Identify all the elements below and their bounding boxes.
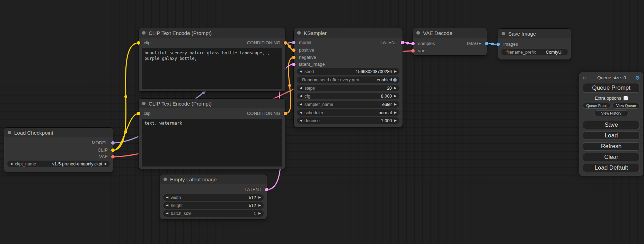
node-ksampler[interactable]: KSampler model positive negative latent_… [294,28,403,127]
decrement-arrow-icon[interactable]: ◀ [10,162,12,165]
widget-name: scheduler [305,110,323,115]
queue-front-button[interactable]: Queue Front [583,103,610,109]
increment-arrow-icon[interactable]: ▶ [394,103,397,106]
output-dot-LATENT[interactable] [265,188,268,191]
widget-ckpt_name[interactable]: ◀ ckpt_name v1-5-pruned-emaonly.ckpt ▶ [7,161,110,167]
output-slot-CLIP: CLIP [4,147,113,153]
node-clip-text-encode-negative[interactable]: CLIP Text Encode (Prompt) clip CONDITION… [139,99,285,169]
increment-arrow-icon[interactable]: ▶ [258,196,261,199]
node-collapse-dot[interactable] [142,102,145,105]
node-collapse-dot[interactable] [8,131,11,134]
node-collapse-dot[interactable] [164,178,167,181]
widget-filename_prefix[interactable]: filename_prefix ComfyUI [501,49,568,55]
decrement-arrow-icon[interactable]: ◀ [300,87,302,90]
node-title: CLIP Text Encode (Prompt) [149,101,212,107]
node-title-bar[interactable]: CLIP Text Encode (Prompt) [139,99,285,108]
toggle-indicator-dot [393,78,397,82]
output-dot-IMAGE[interactable] [485,42,488,45]
decrement-arrow-icon[interactable]: ◀ [300,111,302,114]
output-dot-CLIP[interactable] [111,148,115,152]
view-history-button[interactable]: View History [594,110,629,116]
view-queue-button[interactable]: View Queue [612,103,640,109]
node-collapse-dot[interactable] [297,31,301,35]
widget-random-seed-toggle[interactable]: Random seed after every gen enabled [297,76,399,83]
widget-cfg[interactable]: ◀ cfg 8.000 ▶ [297,93,399,99]
decrement-arrow-icon[interactable]: ◀ [300,70,302,73]
node-title-bar[interactable]: KSampler [294,28,403,38]
widget-value: ComfyUI [546,50,563,55]
output-dot-VAE[interactable] [111,155,115,159]
increment-arrow-icon[interactable]: ▶ [394,119,397,122]
prompt-textarea[interactable]: text, watermark [142,119,282,166]
output-dot-CONDITIONING[interactable] [284,112,287,115]
node-clip-text-encode-positive[interactable]: CLIP Text Encode (Prompt) clip CONDITION… [139,28,285,91]
output-dot-CONDITIONING[interactable] [284,41,287,45]
node-title: Load Checkpoint [14,130,53,136]
queue-size-label: Queue size: 0 [588,75,635,80]
drag-handle-icon[interactable]: ⠿ [583,75,586,80]
node-load-checkpoint[interactable]: Load Checkpoint MODEL CLIP VAE ◀ ckpt_na… [4,128,113,172]
input-slot-images: images [498,41,571,47]
node-title-bar[interactable]: Load Checkpoint [4,128,113,137]
widget-name: ckpt_name [15,162,36,166]
widget-seed[interactable]: ◀ seed 156680208700286 ▶ [297,68,399,75]
settings-gear-icon[interactable]: ⚙ [635,75,640,80]
increment-arrow-icon[interactable]: ▶ [105,162,107,165]
load-default-button[interactable]: Load Default [583,164,640,172]
prompt-textarea[interactable]: beautiful scenery nature glass bottle la… [142,48,282,89]
increment-arrow-icon[interactable]: ▶ [394,111,397,114]
input-dot-negative[interactable] [292,56,295,59]
output-label: CONDITIONING [247,40,280,45]
widget-denoise[interactable]: ◀ denoise 1.000 ▶ [297,117,399,124]
widget-steps[interactable]: ◀ steps 20 ▶ [297,85,399,91]
widget-height[interactable]: ◀ height 512 ▶ [163,202,264,209]
decrement-arrow-icon[interactable]: ◀ [300,103,302,106]
node-collapse-dot[interactable] [416,31,420,35]
node-collapse-dot[interactable] [142,31,145,35]
node-collapse-dot[interactable] [502,32,505,35]
load-button[interactable]: Load [583,132,640,140]
output-dot-LATENT[interactable] [401,41,404,44]
node-save-image[interactable]: Save Image images filename_prefix ComfyU… [498,29,571,60]
input-dot-vae[interactable] [411,49,415,53]
increment-arrow-icon[interactable]: ▶ [394,70,397,73]
increment-arrow-icon[interactable]: ▶ [394,94,397,98]
queue-panel-header: ⠿ Queue size: 0 ⚙ [583,75,640,80]
queue-prompt-button[interactable]: Queue Prompt [583,83,640,93]
node-vae-decode[interactable]: VAE Decode samples vae IMAGE [413,28,487,55]
widget-width[interactable]: ◀ width 512 ▶ [163,194,264,201]
decrement-arrow-icon[interactable]: ◀ [166,204,168,207]
decrement-arrow-icon[interactable]: ◀ [300,119,302,122]
node-title-bar[interactable]: Empty Latent Image [160,174,267,184]
output-dot-MODEL[interactable] [111,141,115,145]
decrement-arrow-icon[interactable]: ◀ [166,196,168,199]
increment-arrow-icon[interactable]: ▶ [258,212,261,215]
input-dot-latent_image[interactable] [292,63,295,66]
output-slot-CONDITIONING: CONDITIONING [139,40,285,46]
decrement-arrow-icon[interactable]: ◀ [300,94,302,98]
widget-name: denoise [305,118,320,123]
node-title-bar[interactable]: Save Image [498,29,571,38]
widget-value: v1-5-pruned-emaonly.ckpt [52,162,102,166]
node-title-bar[interactable]: VAE Decode [413,28,487,38]
node-title-bar[interactable]: CLIP Text Encode (Prompt) [139,28,285,38]
widget-scheduler[interactable]: ◀ scheduler normal ▶ [297,109,399,116]
node-empty-latent-image[interactable]: Empty Latent Image LATENT ◀ width 512 ▶ … [160,174,267,219]
save-button[interactable]: Save [583,121,640,129]
input-label: images [503,42,518,47]
increment-arrow-icon[interactable]: ▶ [394,87,397,90]
input-dot-images[interactable] [496,43,500,46]
input-dot-positive[interactable] [292,48,295,52]
clear-button[interactable]: Clear [583,153,640,161]
widget-sampler_name[interactable]: ◀ sampler_name euler ▶ [297,101,399,108]
widget-batch_size[interactable]: ◀ batch_size 1 ▶ [163,210,264,217]
extra-options-row: Extra options [583,96,640,101]
widget-value: normal [379,110,392,115]
increment-arrow-icon[interactable]: ▶ [258,204,261,207]
decrement-arrow-icon[interactable]: ◀ [166,212,168,215]
input-label: latent_image [299,62,325,67]
extra-options-checkbox[interactable] [624,96,628,100]
node-graph-canvas[interactable]: Load Checkpoint MODEL CLIP VAE ◀ ckpt_na… [0,0,644,244]
output-slot-LATENT: LATENT [160,187,267,193]
refresh-button[interactable]: Refresh [583,142,640,151]
